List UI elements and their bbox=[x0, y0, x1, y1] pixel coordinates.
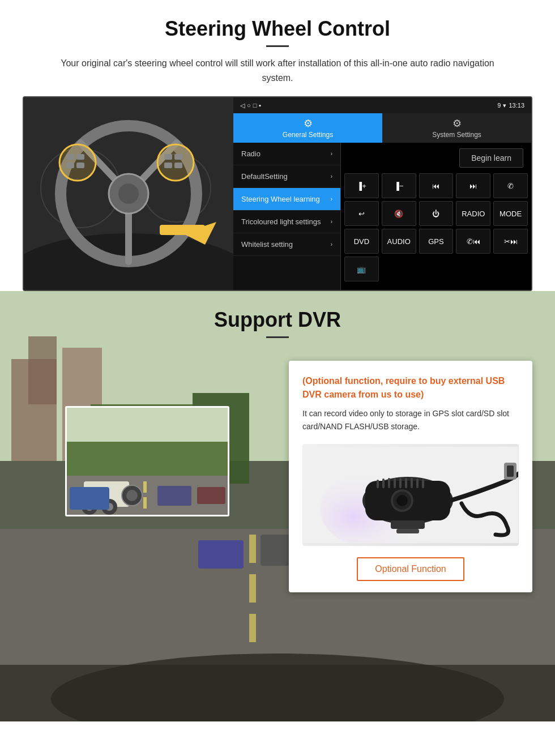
chevron-icon: › bbox=[331, 173, 332, 180]
audio-label: AUDIO bbox=[387, 237, 411, 246]
power-btn[interactable]: ⏻ bbox=[419, 201, 454, 226]
svg-point-60 bbox=[396, 495, 408, 506]
svg-rect-67 bbox=[411, 478, 413, 488]
svg-rect-63 bbox=[388, 478, 390, 488]
next-btn[interactable]: ⏭ bbox=[456, 173, 490, 198]
svg-rect-21 bbox=[160, 225, 205, 235]
menu-item-default-label: DefaultSetting bbox=[241, 172, 288, 181]
phone-btn[interactable]: ✆ bbox=[493, 173, 528, 198]
phone-prev-btn[interactable]: ✆⏮ bbox=[456, 229, 490, 254]
chevron-icon: › bbox=[331, 241, 332, 247]
chevron-icon: › bbox=[331, 196, 332, 202]
begin-learn-button[interactable]: Begin learn bbox=[459, 148, 523, 168]
svg-rect-66 bbox=[405, 478, 407, 488]
mute-btn[interactable]: 🔇 bbox=[382, 201, 416, 226]
radio-label: RADIO bbox=[462, 210, 485, 218]
svg-rect-32 bbox=[249, 614, 256, 642]
prev-btn[interactable]: ⏮ bbox=[419, 173, 454, 198]
dvr-camera-image bbox=[302, 444, 519, 546]
menu-item-steering-wheel[interactable]: Steering Wheel learning › bbox=[233, 188, 340, 211]
back-icon: ↩ bbox=[358, 210, 365, 218]
radio-btn[interactable]: RADIO bbox=[456, 201, 490, 226]
tv-icon: 📺 bbox=[357, 265, 366, 274]
menu-list: Radio › DefaultSetting › Steering Wheel … bbox=[233, 143, 341, 290]
menu-item-whitelist-label: Whitelist setting bbox=[241, 240, 293, 249]
menu-item-tricoloured[interactable]: Tricoloured light settings › bbox=[233, 211, 340, 233]
svg-rect-17 bbox=[174, 154, 182, 160]
chevron-icon: › bbox=[331, 219, 332, 225]
section2-dvr: Support DVR bbox=[0, 291, 555, 721]
menu-nav-icon: ▪ bbox=[259, 102, 261, 109]
dvr-optional-title: (Optional function, require to buy exter… bbox=[302, 374, 519, 402]
time-display: 13:13 bbox=[509, 102, 524, 109]
statusbar-status-icons: 9 ▾ 13:13 bbox=[497, 102, 524, 109]
tab-system-settings[interactable]: ⚙ System Settings bbox=[382, 113, 531, 143]
svg-rect-68 bbox=[416, 479, 419, 488]
section2-header: Support DVR bbox=[0, 291, 555, 349]
svg-rect-61 bbox=[377, 480, 379, 488]
android-content: Radio › DefaultSetting › Steering Wheel … bbox=[233, 143, 531, 290]
power-icon: ⏻ bbox=[432, 210, 439, 218]
prev-icon: ⏮ bbox=[432, 182, 439, 190]
svg-rect-51 bbox=[157, 486, 191, 506]
mode-btn[interactable]: MODE bbox=[493, 201, 528, 226]
svg-point-9 bbox=[118, 183, 139, 204]
signal-icon: 9 bbox=[497, 102, 501, 109]
svg-rect-73 bbox=[396, 529, 419, 533]
dvr-info-card: (Optional function, require to buy exter… bbox=[289, 361, 532, 592]
mute-icon: 🔇 bbox=[394, 210, 403, 218]
tab-general-settings[interactable]: ⚙ General Settings bbox=[233, 113, 382, 143]
svg-rect-53 bbox=[70, 487, 109, 510]
tv-btn[interactable]: 📺 bbox=[344, 257, 379, 281]
dvd-label: DVD bbox=[354, 237, 369, 246]
phone-prev-icon: ✆⏮ bbox=[467, 237, 480, 246]
dvr-camera-svg bbox=[303, 447, 518, 543]
svg-rect-64 bbox=[394, 478, 396, 488]
svg-point-50 bbox=[126, 490, 138, 501]
svg-rect-13 bbox=[76, 154, 84, 160]
optional-function-button[interactable]: Optional Function bbox=[357, 557, 464, 581]
home-nav-icon: ○ bbox=[247, 102, 251, 109]
svg-rect-19 bbox=[174, 163, 182, 168]
svg-rect-16 bbox=[164, 154, 172, 160]
back-nav-icon: ◁ bbox=[240, 102, 245, 109]
vol-down-btn[interactable]: ▐− bbox=[382, 173, 416, 198]
svg-rect-62 bbox=[382, 479, 385, 488]
menu-item-whitelist[interactable]: Whitelist setting › bbox=[233, 233, 340, 256]
recent-nav-icon: □ bbox=[253, 102, 257, 109]
menu-item-steering-label: Steering Wheel learning bbox=[241, 195, 320, 203]
section1-subtitle: Your original car's steering wheel contr… bbox=[45, 56, 510, 85]
vol-up-btn[interactable]: ▐+ bbox=[344, 173, 379, 198]
section1-divider bbox=[266, 45, 289, 47]
control-buttons-grid: ▐+ ▐− ⏮ ⏭ ✆ ↩ 🔇 ⏻ RADIO MODE DVD AUDIO G… bbox=[344, 173, 528, 281]
vol-up-icon: ▐+ bbox=[357, 182, 366, 190]
phone-icon: ✆ bbox=[507, 182, 514, 190]
vol-down-icon: ▐− bbox=[394, 182, 404, 190]
tab-general-label: General Settings bbox=[283, 131, 333, 139]
audio-btn[interactable]: AUDIO bbox=[382, 229, 416, 254]
menu-item-default-setting[interactable]: DefaultSetting › bbox=[233, 165, 340, 188]
svg-rect-71 bbox=[507, 465, 514, 477]
section2-title: Support DVR bbox=[0, 308, 555, 332]
cut-next-icon: ✂⏭ bbox=[504, 237, 518, 246]
dvr-description: It can record video only to storage in G… bbox=[302, 407, 519, 433]
dvd-btn[interactable]: DVD bbox=[344, 229, 379, 254]
tab-system-label: System Settings bbox=[432, 131, 481, 139]
steering-wheel-inner bbox=[24, 97, 233, 290]
section1-steering: Steering Wheel Control Your original car… bbox=[0, 0, 555, 291]
android-statusbar: ◁ ○ □ ▪ 9 ▾ 13:13 bbox=[233, 97, 531, 113]
back-btn[interactable]: ↩ bbox=[344, 201, 379, 226]
section2-body: (Optional function, require to buy exter… bbox=[0, 349, 555, 604]
wifi-icon: ▾ bbox=[503, 102, 506, 109]
system-settings-icon: ⚙ bbox=[452, 117, 462, 130]
svg-rect-52 bbox=[197, 487, 225, 504]
statusbar-nav-icons: ◁ ○ □ ▪ bbox=[240, 102, 261, 109]
chevron-icon: › bbox=[331, 151, 332, 157]
svg-rect-14 bbox=[66, 163, 74, 168]
svg-rect-15 bbox=[76, 163, 84, 168]
gps-btn[interactable]: GPS bbox=[419, 229, 454, 254]
mode-label: MODE bbox=[500, 210, 522, 218]
menu-item-radio[interactable]: Radio › bbox=[233, 143, 340, 165]
cut-next-btn[interactable]: ✂⏭ bbox=[493, 229, 528, 254]
steering-wheel-image bbox=[24, 97, 233, 290]
